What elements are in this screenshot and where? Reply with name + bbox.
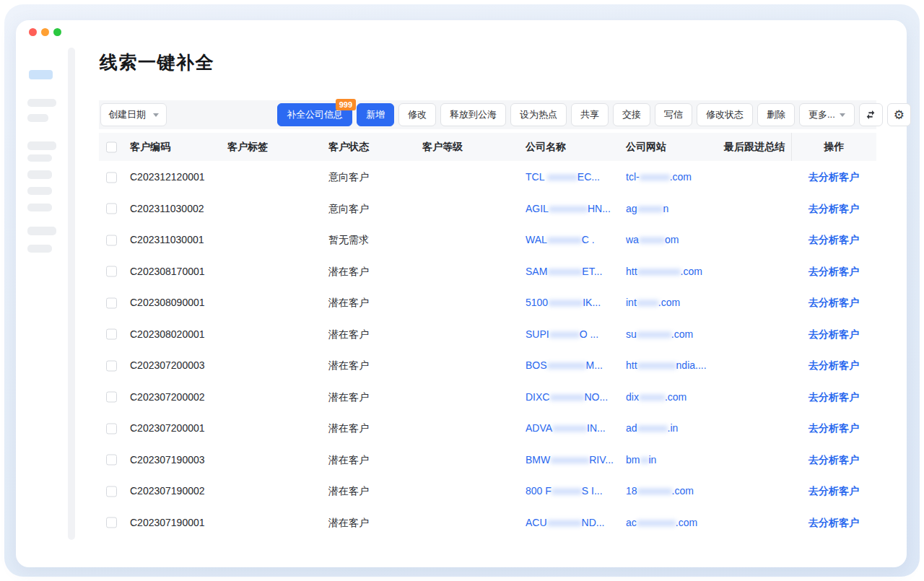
sidebar-divider <box>68 48 75 540</box>
sidebar-item-skeleton <box>27 245 52 253</box>
row-checkbox[interactable] <box>106 329 117 340</box>
table-row: C202308090001 潜在客户 5100xxxxxxxxIK... int… <box>99 287 876 319</box>
table-row: C202312120001 意向客户 TCL xxxxxxxEC... tcl-… <box>99 162 876 193</box>
toolbar-button[interactable]: 交接 <box>613 103 650 126</box>
analyze-customer-link[interactable]: 去分析客户 <box>791 382 876 414</box>
company-website-link[interactable]: waxxxxxxom <box>626 224 722 256</box>
company-website-link[interactable]: adxxxxxxx.in <box>626 413 722 445</box>
column-header-level: 客户等级 <box>422 133 463 161</box>
toolbar-button[interactable]: 修改状态 <box>697 103 753 126</box>
analyze-customer-link[interactable]: 去分析客户 <box>791 162 876 193</box>
company-website-link[interactable]: httxxxxxxxxxndia.... <box>626 350 722 382</box>
row-checkbox[interactable] <box>106 455 117 466</box>
sidebar-item-skeleton <box>27 227 56 235</box>
chevron-down-icon <box>153 113 159 117</box>
browser-window: 线索一键补全 创建日期 补全公司信息 999 新增 修改释放到公海设为热点共享交… <box>16 20 907 567</box>
company-name-link[interactable]: ADVAxxxxxxxxIN... <box>526 413 624 445</box>
company-name-link[interactable]: ACUxxxxxxxxND... <box>526 507 624 539</box>
sidebar-item-skeleton <box>27 204 52 211</box>
customer-code: C202307190003 <box>130 445 205 476</box>
row-checkbox[interactable] <box>106 266 117 277</box>
sync-button[interactable] <box>859 103 883 126</box>
table-row: C202307200002 潜在客户 DIXCxxxxxxxxNO... dix… <box>99 382 876 414</box>
more-button-label: 更多... <box>808 108 835 121</box>
toolbar-button[interactable]: 写信 <box>655 103 692 126</box>
select-all-checkbox[interactable] <box>106 141 117 152</box>
company-name-link[interactable]: WALxxxxxxxxC . <box>526 224 624 256</box>
company-website-link[interactable]: agxxxxxxn <box>626 193 722 225</box>
toolbar-button[interactable]: 设为热点 <box>510 103 567 126</box>
row-checkbox[interactable] <box>106 297 117 308</box>
toolbar-button[interactable]: 释放到公海 <box>440 103 506 126</box>
table-row: C202307190003 潜在客户 BMWxxxxxxxxxRIV... bm… <box>99 445 876 476</box>
toolbar-button[interactable]: 共享 <box>571 103 609 126</box>
row-checkbox[interactable] <box>106 517 117 528</box>
analyze-customer-link[interactable]: 去分析客户 <box>791 445 876 476</box>
complete-company-info-button[interactable]: 补全公司信息 999 <box>277 103 352 126</box>
company-name-link[interactable]: 800 FxxxxxxxS I... <box>526 476 624 507</box>
sidebar-item-skeleton <box>27 114 48 122</box>
more-button[interactable]: 更多... <box>799 103 855 126</box>
customer-code: C202307200002 <box>130 382 205 414</box>
settings-button[interactable]: ⚙ <box>887 103 911 126</box>
company-name-link[interactable]: 5100xxxxxxxxIK... <box>526 287 624 319</box>
company-website-link[interactable]: 18xxxxxxxx.com <box>626 476 722 507</box>
row-checkbox[interactable] <box>106 423 117 434</box>
toolbar: 创建日期 补全公司信息 999 新增 修改释放到公海设为热点共享交接写信修改状态… <box>99 100 876 129</box>
sidebar-item-skeleton <box>27 170 52 179</box>
row-checkbox[interactable] <box>106 172 117 183</box>
table-row: C202307190002 潜在客户 800 FxxxxxxxS I... 18… <box>99 476 876 507</box>
sidebar-item-skeleton <box>27 187 52 195</box>
company-name-link[interactable]: BMWxxxxxxxxxRIV... <box>526 445 624 476</box>
window-minimize-button[interactable] <box>41 28 49 36</box>
company-name-link[interactable]: DIXCxxxxxxxxNO... <box>526 382 624 414</box>
analyze-customer-link[interactable]: 去分析客户 <box>791 319 876 351</box>
window-zoom-button[interactable] <box>53 28 61 36</box>
company-website-link[interactable]: suxxxxxxxx.com <box>626 319 722 351</box>
table-row: C202308020001 潜在客户 SUPIxxxxxxxO ... suxx… <box>99 319 876 351</box>
analyze-customer-link[interactable]: 去分析客户 <box>791 256 876 288</box>
row-checkbox[interactable] <box>106 486 117 497</box>
company-website-link[interactable]: intxxxxx.com <box>626 287 722 319</box>
company-website-link[interactable]: httxxxxxxxxxx.com <box>626 256 722 288</box>
company-name-link[interactable]: TCL xxxxxxxEC... <box>526 162 624 193</box>
customer-code: C202311030001 <box>130 224 204 256</box>
row-checkbox[interactable] <box>106 235 117 245</box>
company-name-link[interactable]: SUPIxxxxxxxO ... <box>526 319 624 351</box>
date-filter-dropdown[interactable]: 创建日期 <box>100 103 167 126</box>
row-checkbox[interactable] <box>106 392 117 403</box>
row-checkbox[interactable] <box>106 360 117 371</box>
customer-status: 潜在客户 <box>328 382 369 414</box>
company-website-link[interactable]: tcl-xxxxxxx.com <box>626 162 722 193</box>
page-title: 线索一键补全 <box>100 51 214 74</box>
company-name-link[interactable]: BOSxxxxxxxxxM... <box>526 350 624 382</box>
table-row: C202307190001 潜在客户 ACUxxxxxxxxND... acxx… <box>99 507 876 539</box>
customer-code: C202308090001 <box>130 287 205 319</box>
analyze-customer-link[interactable]: 去分析客户 <box>791 350 876 382</box>
add-button[interactable]: 新增 <box>357 103 394 126</box>
company-website-link[interactable]: acxxxxxxxxx.com <box>626 507 722 539</box>
company-name-link[interactable]: SAMxxxxxxxxET... <box>526 256 624 288</box>
row-checkbox[interactable] <box>106 204 117 214</box>
sync-icon <box>865 109 876 121</box>
customer-status: 潜在客户 <box>328 350 369 382</box>
customer-code: C202307190002 <box>130 476 205 507</box>
analyze-customer-link[interactable]: 去分析客户 <box>791 287 876 319</box>
company-website-link[interactable]: bmxxin <box>626 445 722 476</box>
toolbar-button[interactable]: 删除 <box>757 103 795 126</box>
customer-status: 潜在客户 <box>328 256 369 288</box>
analyze-customer-link[interactable]: 去分析客户 <box>791 193 876 225</box>
customer-status: 意向客户 <box>328 193 369 225</box>
company-website-link[interactable]: dixxxxxxx.com <box>626 382 722 414</box>
company-name-link[interactable]: AGILxxxxxxxxxHN... <box>526 193 624 225</box>
analyze-customer-link[interactable]: 去分析客户 <box>791 507 876 539</box>
analyze-customer-link[interactable]: 去分析客户 <box>791 476 876 507</box>
sidebar-item-active[interactable] <box>29 70 53 79</box>
analyze-customer-link[interactable]: 去分析客户 <box>791 224 876 256</box>
toolbar-button[interactable]: 修改 <box>398 103 436 126</box>
date-filter-label: 创建日期 <box>108 108 146 121</box>
table-header: 客户编码 客户标签 客户状态 客户等级 公司名称 公司网站 最后跟进总结 操作 <box>99 133 876 161</box>
window-close-button[interactable] <box>29 28 37 36</box>
analyze-customer-link[interactable]: 去分析客户 <box>791 413 876 445</box>
customer-code: C202311030002 <box>130 193 204 225</box>
